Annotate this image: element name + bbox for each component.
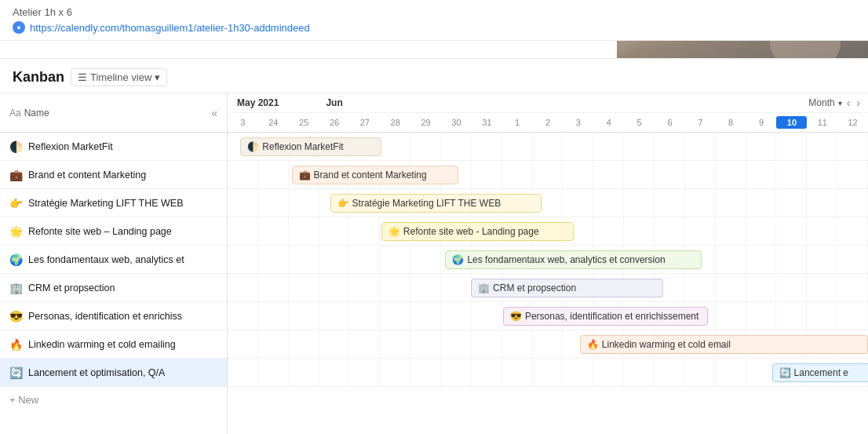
collapse-button[interactable]: « [208,105,221,121]
row-label: Lancement et optimisation, Q/A [28,367,165,378]
grid-cell [258,302,289,330]
grid-cell [837,302,868,330]
grid-cell [807,274,837,301]
sidebar-row[interactable]: 💼 Brand et content Marketing [0,161,227,189]
day-cell: 29 [410,116,441,129]
grid-cell [746,133,777,160]
nav-next-button[interactable]: › [855,97,862,109]
grid-cell [533,359,563,386]
grid-cell [380,302,410,330]
grid-cell [776,133,807,160]
grid-cell [472,133,502,160]
grid-cell [410,133,441,160]
sidebar-row[interactable]: 🔄 Lancement et optimisation, Q/A [0,359,227,387]
grid-cell [593,133,624,160]
grid-cell [807,189,837,217]
task-bar-strategie[interactable]: 👉Stratégie Marketing LIFT THE WEB [330,194,542,213]
grid-cell [472,161,502,188]
grid-cell [716,246,746,273]
sidebar-row[interactable]: 👉 Stratégie Marketing LIFT THE WEB [0,189,227,217]
grid-cell [441,302,472,330]
task-bar-reflexion[interactable]: 🌓Reflexion MarketFit [240,137,381,156]
row-emoji: 💼 [9,169,24,181]
grid-cell [716,302,746,330]
day-cell: 26 [319,116,350,129]
grid-cell [533,330,563,358]
grid-cell [746,217,777,245]
row-emoji: 🔥 [9,338,24,351]
grid-cell [228,189,258,217]
grid-cell [716,133,746,160]
grid-row: 🌟Refonte site web - Landing page [228,217,868,246]
grid-cell [289,217,319,245]
task-bar-crm[interactable]: 🏢CRM et propsection [471,279,663,297]
timeline-header-row: Aa Name « May 2021 Jun Month ▾ ‹ › [0,93,868,133]
grid-cell [776,189,807,217]
sidebar-rows: 🌓 Reflexion MarketFit💼 Brand et content … [0,133,228,434]
grid-cell [289,189,319,217]
sidebar-row[interactable]: 🌍 Les fondamentaux web, analytics et [0,246,227,274]
grid-cell [258,217,289,245]
task-bar-fondamentaux[interactable]: 🌍Les fondamentaux web, analytics et conv… [445,250,701,269]
grid-cell [410,246,441,273]
row-label: Reflexion MarketFit [28,141,113,152]
grid-cell [319,302,350,330]
new-row-button[interactable]: + New [0,387,227,412]
grid-row: 👉Stratégie Marketing LIFT THE WEB [228,189,868,217]
day-cell: 27 [349,116,380,129]
grid-cell [319,330,350,358]
day-cell: 5 [624,116,655,129]
grid-cell [380,274,410,301]
task-bar-personas[interactable]: 😎Personas, identification et enrichissem… [503,307,708,326]
task-bar-lancement[interactable]: 🔄Lancement e [772,363,868,382]
chevron-down-icon: ▾ [155,71,160,83]
grid-cell [716,359,746,386]
month-jun-label: Jun [326,97,342,108]
sidebar-row[interactable]: 🌓 Reflexion MarketFit [0,133,227,161]
grid-cell [685,217,716,245]
task-bar-linkedin[interactable]: 🔥Linkedin warming et cold email [580,335,868,354]
grid-cell [716,189,746,217]
banner-title: Atelier 1h x 6 [13,6,855,18]
grid-cell [746,274,777,301]
grid-cell [776,246,807,273]
grid-cell [410,330,441,358]
day-cell: 2 [533,116,563,129]
timeline-view-button[interactable]: ☰ Timeline view ▾ [71,68,167,86]
grid-cell [441,359,472,386]
grid-cell [228,161,258,188]
grid-cell [289,246,319,273]
row-label: CRM et propsection [28,283,115,294]
sidebar-row[interactable]: 🔥 Linkedin warming et cold emailing [0,330,227,359]
grid-cell [533,133,563,160]
day-cell: 10 [776,116,807,129]
task-bar-brand[interactable]: 💼Brand et content Marketing [292,166,458,184]
grid-cell [655,217,685,245]
row-emoji: 😎 [9,310,24,323]
grid-cell [533,161,563,188]
grid-cell [289,302,319,330]
sidebar-row[interactable]: 😎 Personas, identification et enrichiss [0,302,227,330]
grid-cell [593,161,624,188]
timeline-icon: ☰ [78,71,87,83]
day-cell: 1 [502,116,533,129]
grid-cell [776,161,807,188]
month-may-label: May 2021 [237,97,279,108]
task-bar-refonte[interactable]: 🌟Refonte site web - Landing page [381,222,574,241]
grid-row: 🏢CRM et propsection [228,274,868,302]
sidebar-row[interactable]: 🏢 CRM et propsection [0,274,227,302]
day-cell: 3 [228,116,258,129]
sidebar-row[interactable]: 🌟 Refonte site web – Landing page [0,217,227,246]
row-emoji: 🌓 [9,140,24,153]
grid-cell [380,359,410,386]
grid-cell [441,274,472,301]
nav-prev-button[interactable]: ‹ [845,97,852,109]
grid-cell [319,246,350,273]
grid-cell [228,359,258,386]
day-cell: 12 [837,116,868,129]
banner-link[interactable]: ● https://calendly.com/thomasguillem1/at… [13,21,855,34]
grid-cell [624,217,655,245]
row-label: Refonte site web – Landing page [28,226,172,237]
grid-row: 🔥Linkedin warming et cold email [228,330,868,359]
grid-cell [716,161,746,188]
